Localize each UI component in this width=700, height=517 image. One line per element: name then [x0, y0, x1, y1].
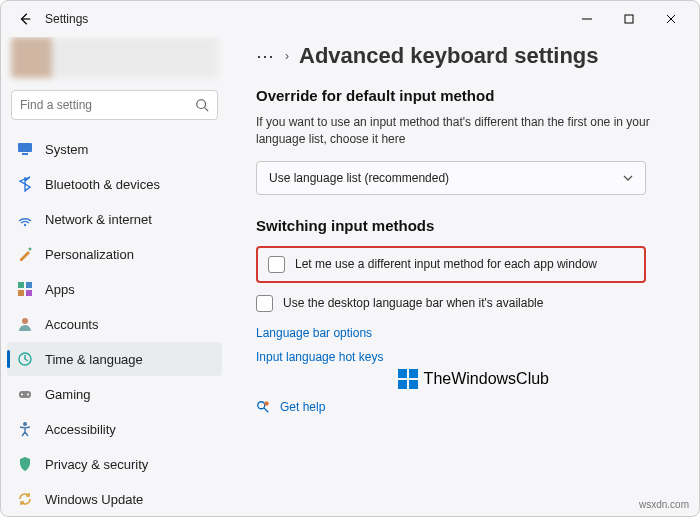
svg-rect-7 — [26, 282, 32, 288]
link-input-hotkeys[interactable]: Input language hot keys — [256, 350, 671, 364]
nav-label: Bluetooth & devices — [45, 177, 160, 192]
svg-point-14 — [27, 394, 29, 396]
apps-icon — [17, 281, 33, 297]
sidebar-item-network[interactable]: Network & internet — [7, 202, 222, 236]
sidebar-item-accounts[interactable]: Accounts — [7, 307, 222, 341]
nav-label: Apps — [45, 282, 75, 297]
svg-point-17 — [264, 401, 268, 405]
link-get-help[interactable]: Get help — [280, 400, 325, 414]
bluetooth-icon — [17, 176, 33, 192]
svg-rect-3 — [22, 153, 28, 155]
nav-label: Privacy & security — [45, 457, 148, 472]
link-language-bar-options[interactable]: Language bar options — [256, 326, 671, 340]
back-button[interactable] — [9, 3, 41, 35]
nav-label: Gaming — [45, 387, 91, 402]
svg-point-5 — [29, 248, 32, 251]
svg-rect-6 — [18, 282, 24, 288]
svg-point-13 — [21, 394, 23, 396]
breadcrumb-overflow[interactable]: ⋯ — [256, 45, 275, 67]
nav-label: Accounts — [45, 317, 98, 332]
system-icon — [17, 141, 33, 157]
help-icon — [256, 400, 270, 414]
chevron-right-icon: › — [285, 49, 289, 63]
minimize-icon — [582, 14, 592, 24]
section-override-desc: If you want to use an input method that'… — [256, 114, 671, 149]
personalization-icon — [17, 246, 33, 262]
sidebar-item-update[interactable]: Windows Update — [7, 482, 222, 516]
svg-point-10 — [22, 318, 28, 324]
input-method-select[interactable]: Use language list (recommended) — [256, 161, 646, 195]
svg-rect-9 — [26, 290, 32, 296]
svg-point-15 — [23, 422, 27, 426]
sidebar-item-gaming[interactable]: Gaming — [7, 377, 222, 411]
svg-rect-19 — [409, 369, 418, 378]
sidebar-item-bluetooth[interactable]: Bluetooth & devices — [7, 167, 222, 201]
sidebar-item-apps[interactable]: Apps — [7, 272, 222, 306]
svg-rect-2 — [18, 143, 32, 152]
checkbox-label: Let me use a different input method for … — [295, 257, 597, 271]
close-icon — [666, 14, 676, 24]
time-language-icon — [17, 351, 33, 367]
search-icon — [195, 98, 209, 112]
nav-label: Network & internet — [45, 212, 152, 227]
back-arrow-icon — [18, 12, 32, 26]
svg-rect-21 — [409, 380, 418, 389]
windows-logo-icon — [396, 367, 420, 391]
nav-label: Accessibility — [45, 422, 116, 437]
gaming-icon — [17, 386, 33, 402]
checkbox-label: Use the desktop language bar when it's a… — [283, 296, 543, 310]
minimize-button[interactable] — [567, 5, 607, 33]
maximize-icon — [624, 14, 634, 24]
svg-rect-0 — [625, 15, 633, 23]
sidebar-item-accessibility[interactable]: Accessibility — [7, 412, 222, 446]
svg-rect-18 — [398, 369, 407, 378]
select-value: Use language list (recommended) — [269, 171, 449, 185]
checkbox-per-app[interactable] — [268, 256, 285, 273]
nav-label: Time & language — [45, 352, 143, 367]
page-title: Advanced keyboard settings — [299, 43, 599, 69]
privacy-icon — [17, 456, 33, 472]
nav-label: Windows Update — [45, 492, 143, 507]
search-input[interactable] — [11, 90, 218, 120]
nav-label: Personalization — [45, 247, 134, 262]
sidebar-item-system[interactable]: System — [7, 132, 222, 166]
close-button[interactable] — [651, 5, 691, 33]
svg-rect-8 — [18, 290, 24, 296]
branding-logo: TheWindowsClub — [396, 367, 549, 391]
watermark: wsxdn.com — [639, 499, 689, 510]
accessibility-icon — [17, 421, 33, 437]
nav-label: System — [45, 142, 88, 157]
maximize-button[interactable] — [609, 5, 649, 33]
update-icon — [17, 491, 33, 507]
svg-point-1 — [197, 100, 206, 109]
svg-rect-20 — [398, 380, 407, 389]
svg-point-16 — [258, 402, 265, 409]
network-icon — [17, 211, 33, 227]
checkbox-row-language-bar[interactable]: Use the desktop language bar when it's a… — [256, 295, 646, 312]
chevron-down-icon — [623, 173, 633, 183]
sidebar-item-time-language[interactable]: Time & language — [7, 342, 222, 376]
sidebar-item-privacy[interactable]: Privacy & security — [7, 447, 222, 481]
accounts-icon — [17, 316, 33, 332]
section-override-heading: Override for default input method — [256, 87, 671, 104]
svg-point-4 — [24, 224, 26, 226]
sidebar-item-personalization[interactable]: Personalization — [7, 237, 222, 271]
profile-card[interactable] — [11, 37, 218, 78]
checkbox-row-per-app[interactable]: Let me use a different input method for … — [256, 246, 646, 283]
checkbox-language-bar[interactable] — [256, 295, 273, 312]
section-switching-heading: Switching input methods — [256, 217, 671, 234]
window-title: Settings — [45, 12, 88, 26]
branding-text: TheWindowsClub — [424, 370, 549, 388]
svg-rect-12 — [19, 391, 31, 398]
search-field[interactable] — [20, 98, 195, 112]
